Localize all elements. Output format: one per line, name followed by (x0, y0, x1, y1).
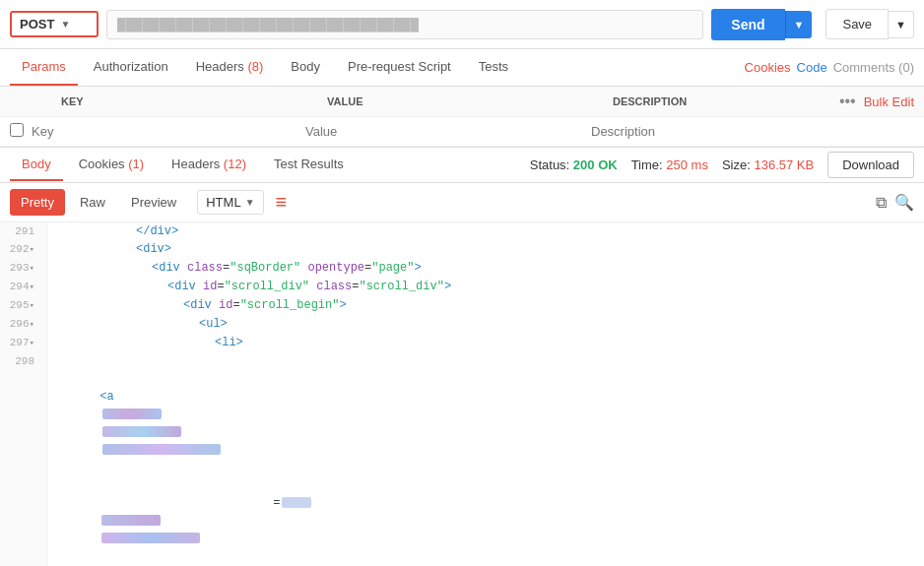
params-row-empty (0, 117, 924, 147)
search-icon[interactable]: 🔍 (894, 193, 914, 212)
format-dropdown-icon: ▼ (245, 197, 255, 208)
row-checkbox[interactable] (10, 123, 24, 137)
line-content-294: <div id="scroll_div" class="scroll_div"> (47, 278, 924, 296)
line-content-293: <div class="sqBorder" opentype="page"> (47, 259, 924, 278)
resp-tab-headers[interactable]: Headers (12) (160, 149, 258, 181)
resp-tab-body[interactable]: Body (10, 149, 63, 181)
send-button-group: Send ▼ (711, 9, 812, 40)
save-button-group: Save ▼ (825, 9, 914, 39)
size-value: 136.57 KB (754, 157, 814, 172)
status-label: Status: 200 OK (530, 157, 618, 172)
line-num-293: 293▾ (0, 259, 47, 278)
more-options-icon[interactable]: ••• (839, 93, 856, 110)
save-button[interactable]: Save (825, 9, 889, 39)
tab-authorization[interactable]: Authorization (82, 49, 180, 86)
line-content-296: <ul> (47, 315, 924, 334)
size-label: Size: 136.57 KB (722, 157, 814, 172)
line-content-298: <a = > «普通纪念币募制五半之葛四短一 </a> (47, 352, 924, 566)
send-dropdown-button[interactable]: ▼ (785, 11, 813, 38)
view-tab-raw[interactable]: Raw (69, 189, 116, 216)
status-value: 200 OK (573, 157, 618, 172)
tab-params[interactable]: Params (10, 49, 78, 86)
code-line-297: 297▾ <li> (0, 334, 924, 352)
code-line-295: 295▾ <div id="scroll_begin"> (0, 296, 924, 315)
params-table: KEY VALUE DESCRIPTION ••• Bulk Edit (0, 87, 924, 148)
value-input[interactable] (305, 124, 591, 139)
key-input[interactable] (32, 124, 305, 139)
line-content-295: <div id="scroll_begin"> (47, 296, 924, 315)
line-content-291: </div> (47, 222, 924, 240)
line-content-297: <li> (47, 334, 924, 352)
params-header: KEY VALUE DESCRIPTION ••• Bulk Edit (0, 87, 924, 117)
line-num-297: 297▾ (0, 334, 47, 352)
body-toolbar: Pretty Raw Preview HTML ▼ ≡ ⧉ 🔍 (0, 183, 924, 222)
code-line-296: 296▾ <ul> (0, 315, 924, 334)
url-input[interactable]: ████████████████████████████████████ (106, 10, 703, 39)
format-label: HTML (206, 195, 240, 210)
code-line-298: 298 <a = > «普通纪念币募制五半之葛四短一 </a> (0, 352, 924, 566)
comments-link[interactable]: Comments (0) (833, 60, 914, 75)
code-line-294: 294▾ <div id="scroll_div" class="scroll_… (0, 278, 924, 296)
tab-right-actions: Cookies Code Comments (0) (745, 60, 914, 75)
view-tab-preview[interactable]: Preview (120, 189, 187, 216)
bulk-edit-button[interactable]: Bulk Edit (864, 94, 914, 109)
send-button[interactable]: Send (711, 9, 784, 40)
method-label: POST (20, 17, 54, 31)
col-key-header: KEY (32, 95, 327, 107)
desc-input[interactable] (591, 124, 914, 139)
line-num-298: 298 (0, 352, 47, 566)
resp-tab-cookies[interactable]: Cookies (1) (67, 149, 156, 181)
view-tab-pretty[interactable]: Pretty (10, 189, 65, 216)
code-line-291: 291 </div> (0, 222, 924, 240)
format-selector[interactable]: HTML ▼ (197, 190, 263, 215)
request-tabs: Params Authorization Headers (8) Body Pr… (0, 49, 924, 87)
response-status: Status: 200 OK Time: 250 ms Size: 136.57… (530, 152, 914, 178)
code-line-293: 293▾ <div class="sqBorder" opentype="pag… (0, 259, 924, 278)
resp-tab-testresults[interactable]: Test Results (262, 149, 356, 181)
download-button[interactable]: Download (827, 152, 914, 178)
top-bar: POST ▼ █████████████████████████████████… (0, 0, 924, 49)
col-desc-header: DESCRIPTION (613, 95, 839, 107)
line-num-296: 296▾ (0, 315, 47, 334)
col-actions: ••• Bulk Edit (839, 93, 914, 110)
line-num-291: 291 (0, 222, 47, 240)
response-tabs: Body Cookies (1) Headers (12) Test Resul… (0, 148, 924, 183)
save-dropdown-button[interactable]: ▼ (889, 11, 914, 38)
time-label: Time: 250 ms (631, 157, 708, 172)
tab-body[interactable]: Body (279, 49, 332, 86)
code-link[interactable]: Code (797, 60, 827, 75)
line-num-292: 292▾ (0, 240, 47, 259)
code-line-292: 292▾ <div> (0, 240, 924, 259)
time-value: 250 ms (666, 157, 708, 172)
body-tools: ⧉ 🔍 (876, 193, 914, 212)
line-content-292: <div> (47, 240, 924, 259)
tab-headers[interactable]: Headers (8) (184, 49, 276, 86)
method-dropdown-icon: ▼ (60, 19, 70, 30)
method-selector[interactable]: POST ▼ (10, 11, 99, 37)
cookies-link[interactable]: Cookies (745, 60, 791, 75)
tab-tests[interactable]: Tests (467, 49, 520, 86)
copy-icon[interactable]: ⧉ (876, 194, 887, 212)
postman-icon: ≡ (276, 191, 288, 214)
line-num-295: 295▾ (0, 296, 47, 315)
col-value-header: VALUE (327, 95, 613, 107)
line-num-294: 294▾ (0, 278, 47, 296)
tab-prerequest[interactable]: Pre-request Script (336, 49, 463, 86)
code-area[interactable]: 291 </div> 292▾ <div> 293▾ <div class="s… (0, 222, 924, 566)
